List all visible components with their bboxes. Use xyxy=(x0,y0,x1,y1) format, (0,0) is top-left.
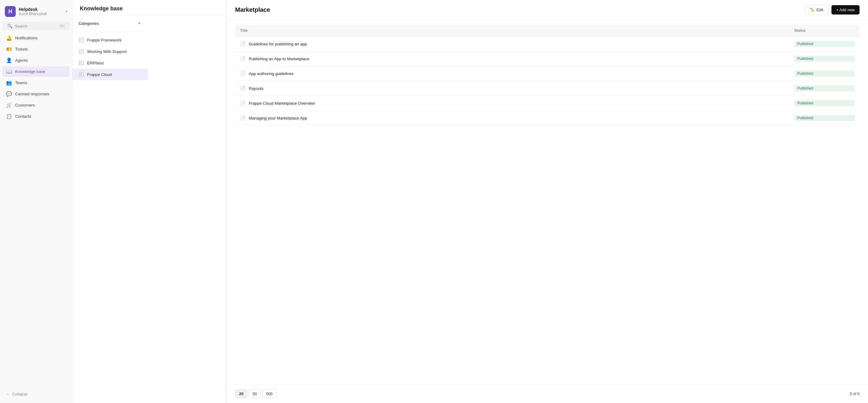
sidebar-item-label: Teams xyxy=(15,81,27,85)
sidebar: H Helpdesk Sumit Bhanushali ▾ 🔍 Search ⌘… xyxy=(0,0,72,403)
collapse-label: Collapse xyxy=(12,392,28,396)
pagination-bar: 20 50 500 6 of 6 xyxy=(227,384,868,403)
sidebar-item-agents[interactable]: 👤 Agents xyxy=(2,55,70,66)
search-bar[interactable]: 🔍 Search ⌘K xyxy=(2,22,70,30)
sidebar-item-knowledge-base[interactable]: 📖 Knowledge base xyxy=(2,66,70,77)
category-panel: Categories + Frappe Framework Working Wi… xyxy=(72,15,148,403)
document-icon: 📄 xyxy=(240,86,246,91)
collapse-button[interactable]: ← Collapse xyxy=(0,389,72,399)
edit-button[interactable]: ✏️ Edit xyxy=(805,5,829,15)
table-row[interactable]: 📄 Frappe Cloud Marketplace Overview Publ… xyxy=(235,96,860,111)
sidebar-item-tickets[interactable]: 🎫 Tickets xyxy=(2,44,70,54)
status-badge: Published xyxy=(794,100,855,106)
main-top-bar: Marketplace ✏️ Edit + Add new xyxy=(227,0,868,20)
article-title: App authoring guidelines xyxy=(249,71,294,76)
sidebar-item-label: Agents xyxy=(15,58,28,63)
contacts-icon: 📋 xyxy=(6,113,12,119)
collapse-icon: ← xyxy=(6,392,10,396)
add-category-button[interactable]: + xyxy=(136,20,142,27)
document-icon: 📄 xyxy=(240,56,246,61)
teams-icon: 👥 xyxy=(6,80,12,86)
article-title-cell: 📄 Frappe Cloud Marketplace Overview xyxy=(240,100,794,106)
category-label: Frappe Cloud xyxy=(87,72,112,77)
main-content: Marketplace ✏️ Edit + Add new Title Stat… xyxy=(227,0,868,403)
table-row[interactable]: 📄 Managing your Marketplace App Publishe… xyxy=(235,111,860,125)
category-icon xyxy=(79,72,84,77)
left-panel: Knowledge base Categories + Frappe Frame… xyxy=(72,0,227,403)
edit-icon: ✏️ xyxy=(810,7,815,12)
app-name: Helpdesk xyxy=(19,7,63,12)
table-header: Title Status xyxy=(235,25,860,37)
sidebar-item-notifications[interactable]: 🔔 Notifications xyxy=(2,33,70,43)
add-new-button[interactable]: + Add new xyxy=(831,5,860,15)
page-title: Knowledge base xyxy=(72,0,226,15)
page-size-500[interactable]: 500 xyxy=(262,390,277,398)
category-label: Working With Support xyxy=(87,49,127,54)
notifications-icon: 🔔 xyxy=(6,35,12,41)
canned-responses-icon: 💬 xyxy=(6,91,12,97)
main-actions: ✏️ Edit + Add new xyxy=(805,5,860,15)
category-icon xyxy=(79,49,84,54)
article-title-cell: 📄 Payouts xyxy=(240,86,794,91)
category-label: Frappe Framework xyxy=(87,38,122,42)
document-icon: 📄 xyxy=(240,100,246,106)
sidebar-item-label: Customers xyxy=(15,103,35,107)
search-shortcut: ⌘K xyxy=(60,24,65,28)
category-item-frappe-cloud[interactable]: Frappe Cloud xyxy=(72,69,148,80)
table-row[interactable]: 📄 Publishing an App to Marketplace Publi… xyxy=(235,52,860,66)
article-title: Managing your Marketplace App xyxy=(249,116,307,120)
user-name: Sumit Bhanushali xyxy=(19,12,63,16)
tickets-icon: 🎫 xyxy=(6,46,12,52)
sidebar-item-label: Notifications xyxy=(15,36,37,40)
chevron-down-icon[interactable]: ▾ xyxy=(66,9,67,13)
col-title-header: Title xyxy=(240,28,794,33)
status-badge: Published xyxy=(794,41,855,47)
knowledge-base-icon: 📖 xyxy=(6,69,12,75)
sidebar-item-contacts[interactable]: 📋 Contacts xyxy=(2,111,70,122)
sidebar-header: H Helpdesk Sumit Bhanushali ▾ xyxy=(0,4,72,22)
app-logo: H xyxy=(5,6,16,17)
article-title-cell: 📄 Guidelines for publishing an app xyxy=(240,41,794,47)
section-title: Marketplace xyxy=(235,6,270,13)
document-icon: 📄 xyxy=(240,115,246,121)
status-badge: Published xyxy=(794,56,855,62)
article-title: Frappe Cloud Marketplace Overview xyxy=(249,101,315,106)
sidebar-item-label: Contacts xyxy=(15,114,31,119)
page-size-50[interactable]: 50 xyxy=(248,390,260,398)
search-icon: 🔍 xyxy=(7,24,12,28)
categories-header: Categories + xyxy=(72,15,148,32)
document-icon: 📄 xyxy=(240,41,246,47)
sidebar-item-label: Canned responses xyxy=(15,92,49,96)
sidebar-item-customers[interactable]: 🛒 Customers xyxy=(2,100,70,110)
category-item-working-with-support[interactable]: Working With Support xyxy=(72,46,148,57)
status-badge: Published xyxy=(794,85,855,91)
category-label: ERPNext xyxy=(87,61,104,65)
article-title: Publishing an App to Marketplace xyxy=(249,57,309,61)
article-title-cell: 📄 Publishing an App to Marketplace xyxy=(240,56,794,61)
agents-icon: 👤 xyxy=(6,57,12,63)
table-row[interactable]: 📄 Guidelines for publishing an app Publi… xyxy=(235,37,860,52)
category-item-frappe-framework[interactable]: Frappe Framework xyxy=(72,34,148,46)
customers-icon: 🛒 xyxy=(6,102,12,108)
sidebar-item-canned-responses[interactable]: 💬 Canned responses xyxy=(2,89,70,99)
article-title: Payouts xyxy=(249,86,264,91)
article-title: Guidelines for publishing an app xyxy=(249,42,307,46)
table-row[interactable]: 📄 Payouts Published xyxy=(235,81,860,96)
article-title-cell: 📄 Managing your Marketplace App xyxy=(240,115,794,121)
category-icon xyxy=(79,60,84,66)
page-size-options: 20 50 500 xyxy=(235,390,277,398)
categories-label: Categories xyxy=(79,21,99,26)
sidebar-item-teams[interactable]: 👥 Teams xyxy=(2,78,70,88)
document-icon: 📄 xyxy=(240,71,246,76)
status-badge: Published xyxy=(794,70,855,77)
page-size-20[interactable]: 20 xyxy=(235,390,247,398)
articles-table: Title Status 📄 Guidelines for publishing… xyxy=(227,20,868,384)
table-row[interactable]: 📄 App authoring guidelines Published xyxy=(235,66,860,81)
add-new-label: + Add new xyxy=(836,7,855,12)
app-info: Helpdesk Sumit Bhanushali xyxy=(19,7,63,16)
category-item-erpnext[interactable]: ERPNext xyxy=(72,57,148,69)
status-badge: Published xyxy=(794,115,855,121)
category-list: Frappe Framework Working With Support ER… xyxy=(72,32,148,83)
sidebar-item-label: Tickets xyxy=(15,47,28,52)
sidebar-item-label: Knowledge base xyxy=(15,69,45,74)
